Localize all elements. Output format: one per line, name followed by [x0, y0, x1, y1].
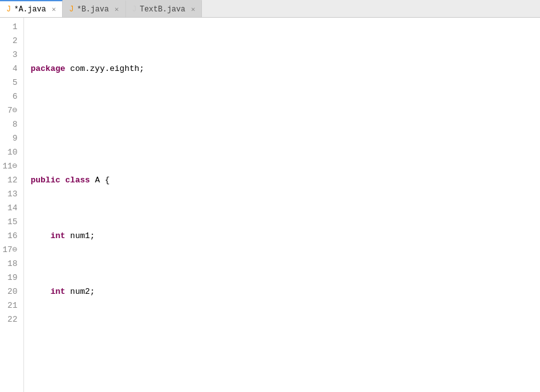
line-number: 15 — [3, 215, 20, 229]
line-numbers: 1 2 3 4 5 6 7⊖ 8 9 10 11⊖ 12 13 14 15 16… — [0, 18, 24, 392]
code-line: int num2; — [30, 285, 534, 299]
line-number: 5 — [3, 76, 20, 90]
code-line: int num1; — [30, 229, 534, 243]
line-number: 20 — [3, 285, 20, 299]
line-number: 4 — [3, 62, 20, 76]
line-number: 1 — [3, 20, 20, 34]
code-line: package com.zyy.eighth; — [30, 62, 534, 76]
line-number: 10 — [3, 146, 20, 160]
code-line — [30, 118, 534, 132]
line-number: 12 — [3, 174, 20, 187]
line-number: 16 — [3, 229, 20, 243]
line-number: 2 — [3, 34, 20, 48]
line-number: 6 — [3, 90, 20, 104]
tab-textb-java[interactable]: J TextB.java ✕ — [126, 0, 203, 17]
java-file-icon: J — [6, 5, 11, 14]
line-number: 8 — [3, 118, 20, 132]
line-number: 9 — [3, 132, 20, 146]
line-number: 14 — [3, 201, 20, 215]
line-number: 17⊖ — [3, 243, 20, 257]
close-icon[interactable]: ✕ — [52, 5, 56, 13]
java-file-icon: J — [132, 5, 137, 14]
line-number: 11⊖ — [3, 160, 20, 174]
tab-b-java[interactable]: J *B.java ✕ — [63, 0, 125, 17]
tab-a-java[interactable]: J *A.java ✕ — [0, 0, 63, 17]
java-file-icon: J — [69, 5, 73, 14]
line-number: 3 — [3, 48, 20, 62]
line-number: 7⊖ — [3, 104, 20, 118]
tab-label: *A.java — [14, 5, 46, 14]
line-number: 13 — [3, 187, 20, 201]
code-line: public class A { — [30, 174, 534, 187]
editor-area: 1 2 3 4 5 6 7⊖ 8 9 10 11⊖ 12 13 14 15 16… — [0, 18, 540, 392]
line-number: 21 — [3, 299, 20, 313]
code-line — [30, 341, 534, 355]
line-number: 18 — [3, 257, 20, 271]
close-icon[interactable]: ✕ — [115, 5, 119, 13]
line-number: 22 — [3, 313, 20, 327]
tab-label: TextB.java — [140, 5, 185, 14]
tab-label: *B.java — [77, 5, 108, 14]
tab-bar: J *A.java ✕ J *B.java ✕ J TextB.java ✕ — [0, 0, 540, 18]
line-number: 19 — [3, 271, 20, 285]
close-icon[interactable]: ✕ — [191, 5, 196, 13]
code-area[interactable]: package com.zyy.eighth; public class A {… — [24, 18, 540, 392]
